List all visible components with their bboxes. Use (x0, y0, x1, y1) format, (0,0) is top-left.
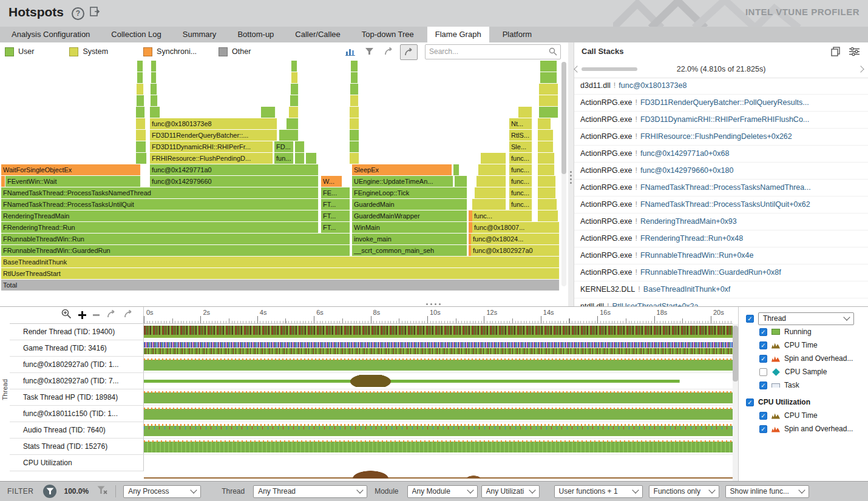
flame-segment[interactable]: BaseThreadInitThunk (1, 257, 560, 267)
call-stack-row[interactable]: KERNEL32.DLL!BaseThreadInitThunk+0xf (574, 281, 868, 298)
flame-segment[interactable] (518, 107, 532, 118)
grouping-select[interactable]: Thread (758, 312, 854, 325)
flame-segment[interactable]: func@0x18024... (471, 234, 560, 244)
flame-segment[interactable]: func... (509, 187, 532, 198)
flame-segment[interactable] (306, 153, 317, 164)
flame-segment[interactable]: RtlUserThreadStart (1, 268, 560, 279)
flame-segment[interactable]: FRHIResource::FlushPendingD... (150, 153, 273, 164)
call-stack-row[interactable]: ActionRPG.exe!RenderingThreadMain+0x93 (574, 214, 868, 230)
tab-flame-graph[interactable]: Flame Graph (427, 27, 489, 42)
flame-segment[interactable] (350, 130, 359, 141)
flame-segment[interactable] (350, 107, 359, 118)
flame-segment[interactable] (538, 199, 557, 210)
redo-icon[interactable] (123, 310, 134, 321)
dropdown-functions-only[interactable]: Functions only (649, 485, 719, 498)
flame-segment[interactable] (476, 176, 506, 187)
flame-segment[interactable]: __scrt_common_main_seh (352, 245, 467, 256)
thread-activity-band[interactable] (144, 357, 733, 373)
scrollbar-thumb[interactable] (733, 326, 738, 382)
flame-segment[interactable]: FT... (321, 222, 350, 233)
flame-segment[interactable] (136, 107, 145, 118)
flame-segment[interactable]: FNamedTaskThread::ProcessTasksNamedThrea… (1, 187, 319, 198)
reset-zoom-icon[interactable] (400, 44, 418, 60)
thread-activity-band[interactable] (144, 389, 733, 406)
flame-segment[interactable] (475, 187, 506, 198)
flame-segment[interactable] (279, 130, 299, 141)
scrollbar-thumb[interactable] (561, 62, 566, 174)
flame-segment[interactable]: Sle... (509, 141, 532, 152)
flame-segment[interactable] (351, 61, 358, 72)
timeline-ruler[interactable]: 0s2s4s6s8s10s12s14s16s18s20s (144, 307, 733, 324)
call-stack-row[interactable]: ActionRPG.exe!FRunnableThreadWin::Run+0x… (574, 247, 868, 264)
flame-segment[interactable] (136, 153, 147, 164)
flame-segment[interactable] (136, 118, 146, 129)
dropdown-show-inline-func[interactable]: Show inline func... (725, 485, 809, 498)
checkbox-cpu-time[interactable] (759, 341, 767, 349)
call-stack-row[interactable]: ntdll.dll!RtlUserThreadStart+0x2a (574, 298, 868, 306)
checkbox-spin-and-overhead[interactable] (759, 425, 767, 433)
export-chart-icon[interactable] (342, 44, 358, 59)
flame-segment[interactable] (540, 61, 557, 72)
flame-segment[interactable]: FT... (321, 210, 350, 221)
flame-segment[interactable]: FEngineLoop::Tick (352, 187, 467, 198)
flame-segment[interactable]: fun... (274, 153, 294, 164)
timeline-scrollbar[interactable] (733, 324, 738, 482)
flame-segment[interactable] (538, 164, 555, 175)
call-stack-row[interactable]: ActionRPG.exe!FRHIResource::FlushPending… (574, 129, 868, 146)
thread-row-label[interactable]: func@0x18011c150 (TID: 1... (10, 406, 144, 422)
flame-segment[interactable] (455, 176, 467, 187)
flame-segment[interactable] (350, 153, 359, 164)
thread-row-label[interactable]: Stats Thread (TID: 15276) (10, 439, 144, 455)
flame-segment[interactable] (538, 210, 558, 221)
tab-summary[interactable]: Summary (175, 27, 225, 42)
flame-segment[interactable]: FT... (321, 199, 350, 210)
flame-search-input[interactable] (426, 45, 548, 58)
flame-segment[interactable]: FEventWin::Wait (5, 176, 141, 187)
thread-row-label[interactable]: Task Thread HP (TID: 18984) (10, 389, 144, 406)
flame-segment[interactable]: func@0x142979660 (150, 176, 319, 187)
flame-segment[interactable] (137, 72, 143, 83)
call-stack-row[interactable]: ActionRPG.exe!FD3D11RenderQueryBatcher::… (574, 95, 868, 112)
flame-segment[interactable] (150, 107, 160, 118)
flame-segment[interactable] (351, 72, 358, 83)
flame-segment[interactable]: FNamedTaskThread::ProcessTasksUntilQuit (1, 199, 319, 210)
settings-sliders-icon[interactable] (849, 47, 860, 59)
flame-segment[interactable] (539, 84, 558, 95)
legend-item-other[interactable]: Other (219, 47, 251, 56)
call-stack-row[interactable]: ActionRPG.exe!FNamedTaskThread::ProcessT… (574, 197, 868, 214)
thread-row-label[interactable]: func@0x1802927a0 (TID: 7... (10, 373, 144, 389)
thread-activity-band[interactable] (144, 340, 733, 357)
flame-segment[interactable] (291, 61, 297, 72)
flame-segment[interactable]: invoke_main (352, 234, 467, 244)
flame-segment[interactable] (539, 95, 558, 106)
flame-segment[interactable] (151, 95, 158, 106)
thread-row-label[interactable]: Game Thread (TID: 3416) (10, 340, 144, 357)
tab-bottom-up[interactable]: Bottom-up (229, 27, 282, 42)
flame-segment[interactable]: GuardedMainWrapper (352, 210, 467, 221)
flame-segment[interactable]: SleepEx (352, 164, 452, 175)
flame-segment[interactable]: RenderingThreadMain (1, 210, 319, 221)
flame-segment[interactable] (540, 72, 557, 83)
legend-item-system[interactable]: System (69, 47, 108, 56)
call-stack-row[interactable]: ActionRPG.exe!FD3D11DynamicRHI::RHIPerFr… (574, 112, 868, 129)
call-stack-row[interactable]: ActionRPG.exe!FNamedTaskThread::ProcessT… (574, 180, 868, 197)
flame-scrollbar[interactable] (561, 62, 566, 286)
cpu-utilization-group-checkbox[interactable] (746, 398, 754, 406)
tab-platform[interactable]: Platform (495, 27, 540, 42)
checkbox-spin-and-overhead[interactable] (759, 355, 767, 363)
filter-funnel-icon[interactable] (43, 485, 56, 498)
zoom-icon[interactable] (61, 309, 72, 321)
flame-segment[interactable] (539, 107, 558, 118)
thread-activity-band[interactable] (144, 422, 733, 439)
flame-segment[interactable]: FRenderingThread::Run (1, 222, 319, 233)
flame-segment[interactable] (291, 72, 298, 83)
clear-filter-icon[interactable] (97, 486, 108, 497)
flame-segment[interactable] (289, 107, 299, 118)
flame-segment[interactable]: func... (509, 176, 532, 187)
undo-zoom-icon[interactable] (381, 44, 397, 59)
thread-activity-band[interactable] (144, 324, 733, 340)
call-stack-row[interactable]: ActionRPG.exe!FRenderingThread::Run+0x48 (574, 230, 868, 247)
flame-segment[interactable]: func@0x1802927a0 (471, 245, 560, 256)
flame-segment[interactable]: RtlS... (509, 130, 532, 141)
thread-activity-band[interactable] (144, 406, 733, 422)
